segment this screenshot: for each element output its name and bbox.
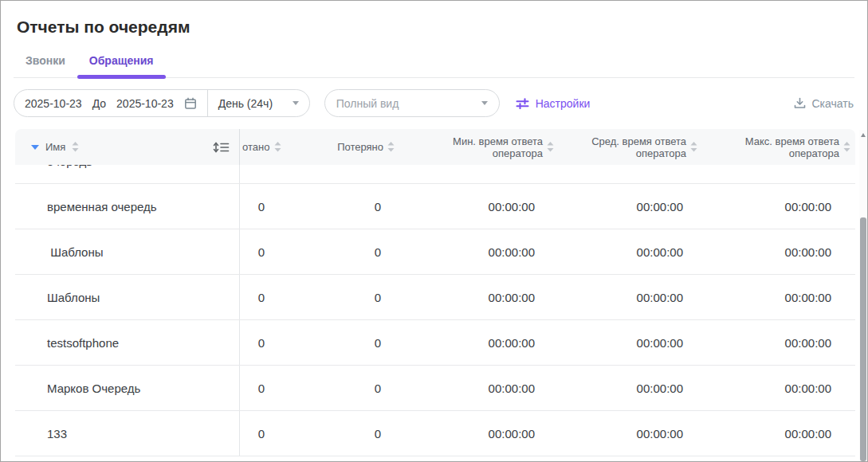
min-answer-time-cell: 00:00:00 <box>399 229 559 274</box>
download-icon <box>794 97 806 109</box>
filter-bar: 2025-10-23 До 2025-10-23 День (24ч) <box>14 89 854 117</box>
column-label: Имя <box>45 141 65 153</box>
avg-answer-time-cell: 00:00:00 <box>559 275 702 319</box>
min-answer-time-cell: 00:00:00 <box>399 366 559 410</box>
date-separator-label: До <box>92 97 106 110</box>
max-answer-time-cell: 00:00:00 <box>702 411 855 456</box>
column-header-avg-answer-time[interactable]: Сред. время ответа оператора <box>559 129 702 165</box>
table-header: Имя отано <box>15 129 855 165</box>
sort-arrows-icon[interactable] <box>547 142 554 152</box>
interval-value: День (24ч) <box>218 97 273 110</box>
max-answer-time-cell: 00:00:00 <box>702 320 855 365</box>
queues-table: Имя отано <box>15 129 855 456</box>
avg-answer-time-cell: 00:00:00 <box>559 320 702 365</box>
sort-arrows-icon[interactable] <box>274 142 281 152</box>
sliders-icon <box>516 98 529 109</box>
processed-cell: 0 <box>240 411 284 456</box>
column-label: Макс. время ответа оператора <box>740 135 839 159</box>
max-answer-time-cell: 00:00:00 <box>702 366 855 410</box>
table-row: Шаблоны 0 0 00:00:00 00:00:00 00:00:00 <box>15 229 855 275</box>
lost-cell: 0 <box>284 411 399 456</box>
avg-answer-time-cell: 00:00:00 <box>559 184 702 229</box>
lost-cell: 0 <box>284 320 399 365</box>
queue-name-cell: Шаблоны <box>15 229 240 274</box>
min-answer-time-cell: 00:00:00 <box>399 184 559 229</box>
caret-down-icon <box>481 101 488 105</box>
min-answer-time-cell: 00:00:00 <box>399 275 559 319</box>
column-header-lost[interactable]: Потеряно <box>284 129 399 165</box>
page-title: Отчеты по очередям <box>17 18 867 37</box>
min-answer-time-cell: 00:00:00 <box>399 320 559 365</box>
tabs: Звонки Обращения <box>14 47 854 78</box>
processed-cell: 0 <box>240 320 284 365</box>
date-range-control: 2025-10-23 До 2025-10-23 День (24ч) <box>14 89 310 117</box>
queue-name-cell: 133 <box>15 411 240 456</box>
download-label: Скачать <box>812 97 854 110</box>
avg-answer-time-cell: 00:00:00 <box>559 366 702 410</box>
scroll-up-arrow-icon[interactable] <box>861 133 866 137</box>
queue-name-cell: Марков Очередь <box>15 366 240 410</box>
column-header-name[interactable]: Имя <box>15 129 240 165</box>
caret-down-filled-icon[interactable] <box>31 145 39 150</box>
table-row: testsoftphone 0 0 00:00:00 00:00:00 00:0… <box>15 320 855 366</box>
max-answer-time-cell: 00:00:00 <box>702 275 855 319</box>
vertical-scrollbar[interactable] <box>859 130 867 461</box>
calendar-icon[interactable] <box>184 97 197 110</box>
lost-cell: 0 <box>284 366 399 410</box>
column-header-processed[interactable]: отано <box>240 129 284 165</box>
scrollbar-thumb[interactable] <box>860 217 866 461</box>
row-height-icon[interactable] <box>213 142 230 153</box>
avg-answer-time-cell: 00:00:00 <box>559 229 702 274</box>
sort-arrows-icon[interactable] <box>843 142 850 152</box>
queue-name-cell: testsoftphone <box>15 320 240 365</box>
processed-cell: 0 <box>240 184 284 229</box>
view-placeholder: Полный вид <box>336 97 399 110</box>
min-answer-time-cell: 00:00:00 <box>399 411 559 456</box>
queue-name-cell: очередь <box>15 165 240 183</box>
settings-label: Настройки <box>536 97 591 110</box>
column-label: Потеряно <box>337 141 383 153</box>
caret-down-icon <box>293 101 299 105</box>
column-header-max-answer-time[interactable]: Макс. время ответа оператора <box>702 129 855 165</box>
table-row: 133 0 0 00:00:00 00:00:00 00:00:00 <box>15 411 855 456</box>
processed-cell: 0 <box>240 366 284 410</box>
table-row: Марков Очередь 0 0 00:00:00 00:00:00 00:… <box>15 366 855 411</box>
interval-select[interactable]: День (24ч) <box>208 97 309 110</box>
column-label: отано <box>242 141 269 153</box>
sort-arrows-icon[interactable] <box>690 142 697 152</box>
lost-cell: 0 <box>284 184 399 229</box>
max-answer-time-cell: 00:00:00 <box>702 184 855 229</box>
download-button[interactable]: Скачать <box>794 97 854 110</box>
column-label: Мин. время ответа оператора <box>444 135 543 159</box>
column-header-min-answer-time[interactable]: Мин. время ответа оператора <box>399 129 559 165</box>
tab-requests[interactable]: Обращения <box>77 47 166 77</box>
table-row-clipped: очередь <box>15 165 855 184</box>
lost-cell: 0 <box>284 275 399 319</box>
max-answer-time-cell: 00:00:00 <box>702 229 855 274</box>
column-label: Сред. время ответа оператора <box>587 135 686 159</box>
view-select[interactable]: Полный вид <box>324 89 500 117</box>
avg-answer-time-cell: 00:00:00 <box>559 411 702 456</box>
date-from-input[interactable]: 2025-10-23 <box>25 97 82 110</box>
processed-cell: 0 <box>240 229 284 274</box>
sort-arrows-icon[interactable] <box>72 142 79 152</box>
table-row: временная очередь 0 0 00:00:00 00:00:00 … <box>15 184 855 229</box>
table-row: Шаблоны 0 0 00:00:00 00:00:00 00:00:00 <box>15 275 855 320</box>
settings-button[interactable]: Настройки <box>516 97 591 110</box>
date-to-input[interactable]: 2025-10-23 <box>116 97 174 110</box>
processed-cell: 0 <box>240 275 284 319</box>
tab-calls[interactable]: Звонки <box>14 47 77 77</box>
queue-reports-window: Отчеты по очередям Звонки Обращения 2025… <box>0 0 868 462</box>
sort-arrows-icon[interactable] <box>387 142 395 152</box>
lost-cell: 0 <box>284 229 399 274</box>
queue-name-cell: Шаблоны <box>15 275 240 319</box>
queue-name-cell: временная очередь <box>15 184 240 229</box>
date-range-inputs[interactable]: 2025-10-23 До 2025-10-23 <box>14 97 207 110</box>
